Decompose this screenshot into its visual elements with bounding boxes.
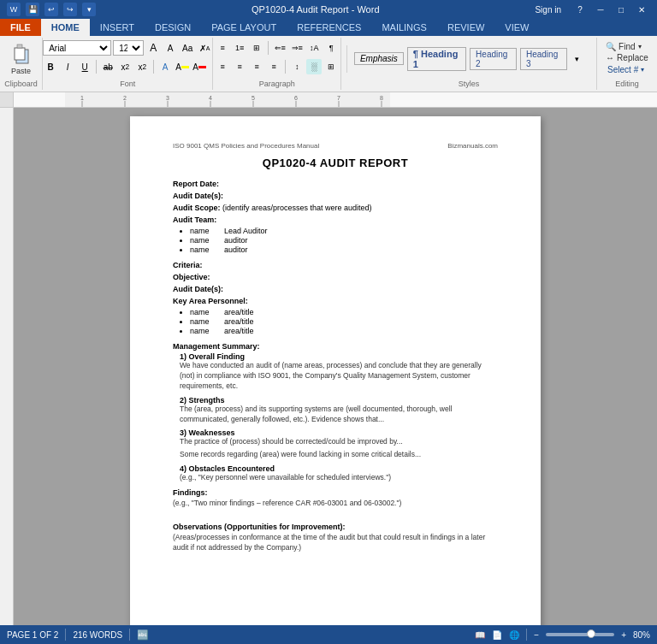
show-paragraph-button[interactable]: ¶ — [323, 40, 339, 56]
audit-scope-field: Audit Scope: (identify areas/processes t… — [173, 204, 498, 212]
list-item: namearea/title — [190, 308, 498, 316]
main-area: ISO 9001 QMS Policies and Procedures Man… — [0, 108, 657, 644]
subscript-button[interactable]: x2 — [117, 59, 133, 74]
tab-insert[interactable]: INSERT — [90, 19, 145, 36]
shading-button[interactable]: ░ — [306, 59, 322, 74]
font-grow-button[interactable]: A — [145, 40, 161, 56]
change-case-button[interactable]: Aa — [180, 40, 195, 56]
view-web-icon[interactable]: 🌐 — [509, 630, 519, 640]
font-color-button[interactable]: A — [192, 59, 207, 74]
find-button[interactable]: 🔍 Find ▾ — [604, 41, 650, 52]
save-icon[interactable]: 💾 — [26, 3, 39, 16]
ribbon-tabs: FILE HOME INSERT DESIGN PAGE LAYOUT REFE… — [0, 19, 657, 36]
justify-button[interactable]: ≡ — [266, 59, 281, 74]
tab-mailings[interactable]: MAILINGS — [371, 19, 437, 36]
ruler-main: 1 2 3 4 5 6 7 8 — [14, 92, 657, 107]
status-sep-3 — [526, 629, 527, 641]
italic-button[interactable]: I — [60, 59, 75, 74]
tab-home[interactable]: HOME — [41, 19, 90, 36]
tab-view[interactable]: VIEW — [494, 19, 539, 36]
restore-button[interactable]: □ — [613, 3, 630, 15]
sign-in[interactable]: Sign in — [535, 5, 561, 15]
tab-design[interactable]: DESIGN — [145, 19, 201, 36]
bold-button[interactable]: B — [43, 59, 58, 74]
line-spacing-button[interactable]: ↕ — [289, 59, 305, 74]
management-summary-label: Management Summary: — [173, 342, 498, 351]
clear-format-button[interactable]: ✗A — [197, 40, 212, 56]
title-bar: W 💾 ↩ ↪ ▾ QP1020-4 Audit Report - Word S… — [0, 0, 657, 19]
style-heading1[interactable]: ¶ Heading 1 — [407, 47, 466, 71]
zoom-level[interactable]: 80% — [633, 630, 650, 640]
align-right-button[interactable]: ≡ — [249, 59, 264, 74]
zoom-out-button[interactable]: − — [534, 630, 539, 640]
style-heading2[interactable]: Heading 2 — [470, 48, 517, 70]
close-button[interactable]: ✕ — [633, 3, 650, 15]
styles-group: Emphasis ¶ Heading 1 Heading 2 Heading 3… — [341, 38, 597, 90]
align-left-button[interactable]: ≡ — [215, 59, 230, 74]
window-title: QP1020-4 Audit Report - Word — [252, 4, 380, 15]
tab-references[interactable]: REFERENCES — [287, 19, 371, 36]
customize-icon[interactable]: ▾ — [82, 3, 96, 16]
language-icon[interactable]: 🔤 — [137, 629, 149, 641]
strikethrough-button[interactable]: ab — [100, 59, 115, 74]
page-indicator: PAGE 1 OF 2 — [7, 630, 58, 640]
redo-icon[interactable]: ↪ — [63, 3, 77, 16]
paste-button[interactable]: Paste — [6, 41, 37, 77]
svg-rect-1 — [15, 48, 25, 60]
style-emphasis[interactable]: Emphasis — [354, 52, 404, 65]
tab-file[interactable]: FILE — [0, 19, 41, 36]
help-button[interactable]: ? — [571, 3, 589, 15]
tab-page-layout[interactable]: PAGE LAYOUT — [201, 19, 287, 36]
minimize-button[interactable]: ─ — [592, 3, 609, 15]
replace-button[interactable]: ↔ Replace — [604, 52, 650, 63]
text-effects-button[interactable]: A — [157, 59, 173, 74]
audit-team-label: Audit Team: — [173, 216, 498, 224]
svg-text:4: 4 — [209, 95, 212, 101]
font-size-select[interactable]: 12 — [113, 40, 144, 56]
bullets-button[interactable]: ≡ — [215, 40, 230, 56]
style-heading3[interactable]: Heading 3 — [520, 48, 567, 70]
multilevel-button[interactable]: ⊞ — [249, 40, 264, 56]
styles-scroll-button[interactable]: ▾ — [571, 51, 584, 67]
undo-icon[interactable]: ↩ — [44, 3, 58, 16]
decrease-indent-button[interactable]: ⇐≡ — [272, 40, 287, 56]
criteria-field: Criteria: — [173, 261, 498, 269]
paste-icon — [9, 43, 33, 67]
editing-section: 🔍 Find ▾ ↔ Replace Select # ▾ — [601, 39, 654, 78]
superscript-button[interactable]: x2 — [134, 59, 150, 74]
document-area[interactable]: ISO 9001 QMS Policies and Procedures Man… — [14, 108, 657, 644]
font-row-2: B I U ab x2 x2 A A A — [43, 59, 207, 74]
key-area-list: namearea/title namearea/title namearea/t… — [173, 308, 498, 335]
paragraph-group-label: Paragraph — [259, 80, 295, 88]
observations-text: (Areas/processes in conformance at the t… — [173, 533, 498, 553]
list-item: nameLead Auditor — [190, 227, 498, 235]
font-family-select[interactable]: Arial — [43, 40, 111, 56]
editing-group: 🔍 Find ▾ ↔ Replace Select # ▾ Editing — [597, 38, 657, 90]
numbering-button[interactable]: 1≡ — [232, 40, 247, 56]
select-button[interactable]: Select # ▾ — [604, 63, 650, 76]
borders-button[interactable]: ⊞ — [323, 59, 339, 74]
underline-button[interactable]: U — [77, 59, 92, 74]
status-bar: PAGE 1 OF 2 216 WORDS 🔤 📖 📄 🌐 − + 80% — [0, 625, 657, 644]
sort-button[interactable]: ↕A — [306, 40, 322, 56]
clipboard-label: Clipboard — [4, 80, 38, 88]
audit-dates-label: Audit Date(s): — [173, 192, 223, 200]
para-sep-1 — [268, 41, 269, 55]
zoom-slider[interactable] — [546, 633, 614, 636]
view-read-icon[interactable]: 📖 — [475, 630, 485, 640]
text-highlight-button[interactable]: A — [175, 59, 190, 74]
tab-review[interactable]: REVIEW — [437, 19, 494, 36]
obstacles-title: 4) Obstacles Encountered — [180, 464, 498, 473]
font-shrink-button[interactable]: A — [163, 40, 178, 56]
list-item: namearea/title — [190, 317, 498, 326]
management-summary-section: Management Summary: 1) Overall Finding W… — [173, 342, 498, 483]
weaknesses-title: 3) Weaknesses — [180, 428, 498, 437]
zoom-in-button[interactable]: + — [621, 630, 626, 640]
audit-dates-repeat-label: Audit Date(s): — [173, 285, 223, 293]
svg-text:8: 8 — [380, 95, 383, 101]
document[interactable]: ISO 9001 QMS Policies and Procedures Man… — [130, 116, 541, 644]
view-print-icon[interactable]: 📄 — [492, 630, 502, 640]
editing-group-label: Editing — [615, 80, 639, 88]
increase-indent-button[interactable]: ⇒≡ — [289, 40, 305, 56]
align-center-button[interactable]: ≡ — [232, 59, 247, 74]
